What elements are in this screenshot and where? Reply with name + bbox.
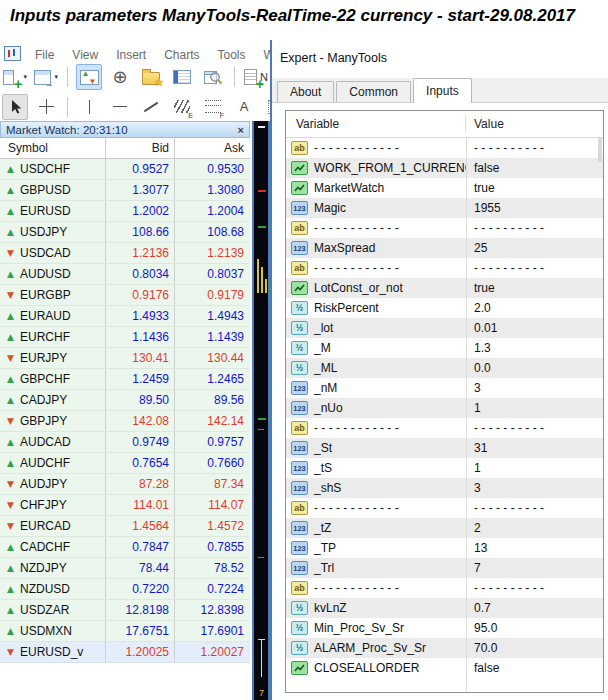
column-header-bid[interactable]: Bid — [106, 138, 175, 158]
market-watch-row-USDJPY[interactable]: ▲USDJPY108.66108.68 — [0, 222, 250, 243]
value-cell[interactable]: 1955 — [466, 201, 603, 215]
value-cell[interactable]: 0.7 — [466, 601, 603, 615]
value-cell[interactable]: false — [466, 161, 603, 175]
market-watch-row-EURAUD[interactable]: ▲EURAUD1.49331.4943 — [0, 306, 250, 327]
market-watch-row-AUDUSD[interactable]: ▲AUDUSD0.80340.8037 — [0, 264, 250, 285]
value-cell[interactable]: - - - - - - - - - - — [466, 261, 603, 275]
menu-view[interactable]: View — [63, 48, 107, 62]
input-row-_nM[interactable]: 123_nM3 — [286, 378, 603, 398]
input-row-_Trl[interactable]: 123_Trl7 — [286, 558, 603, 578]
value-cell[interactable]: 25 — [466, 241, 603, 255]
value-cell[interactable]: - - - - - - - - - - — [466, 501, 603, 515]
value-cell[interactable]: 2 — [466, 521, 603, 535]
input-row-Magic[interactable]: 123Magic1955 — [286, 198, 603, 218]
value-cell[interactable]: 13 — [466, 541, 603, 555]
value-cell[interactable]: 3 — [466, 481, 603, 495]
input-row-separator[interactable]: ab- - - - - - - - - - - -- - - - - - - -… — [286, 418, 603, 438]
value-cell[interactable]: - - - - - - - - - - — [466, 581, 603, 595]
input-row-_lot[interactable]: ½_lot0.01 — [286, 318, 603, 338]
value-cell[interactable]: 95.0 — [466, 621, 603, 635]
market-watch-row-NZDUSD[interactable]: ▲NZDUSD0.72200.7224 — [0, 579, 250, 600]
market-watch-row-USDMXN[interactable]: ▲USDMXN17.675117.6901 — [0, 621, 250, 642]
value-cell[interactable]: - - - - - - - - - - — [466, 421, 603, 435]
horizontal-line-button[interactable] — [107, 94, 133, 120]
text-button[interactable]: A — [231, 94, 257, 120]
input-row-ALARM_Proc_Sv_Sr[interactable]: ½ALARM_Proc_Sv_Sr70.0 — [286, 638, 603, 658]
scrollbar-thumb[interactable] — [598, 138, 602, 162]
input-row-LotConst_or_not[interactable]: LotConst_or_nottrue — [286, 278, 603, 298]
market-watch-row-CADJPY[interactable]: ▲CADJPY89.5089.56 — [0, 390, 250, 411]
tab-inputs[interactable]: Inputs — [413, 78, 472, 103]
input-row-WORK_FROM_1_CURRENCY[interactable]: WORK_FROM_1_CURRENCYfalse — [286, 158, 603, 178]
input-row-_ML[interactable]: ½_ML0.0 — [286, 358, 603, 378]
input-row-_tS[interactable]: 123_tS1 — [286, 458, 603, 478]
tab-common[interactable]: Common — [336, 81, 411, 102]
crosshair-button[interactable] — [33, 94, 59, 120]
close-icon[interactable]: × — [238, 124, 244, 136]
market-watch-row-GBPUSD[interactable]: ▲GBPUSD1.30771.3080 — [0, 180, 250, 201]
input-row-separator[interactable]: ab- - - - - - - - - - - -- - - - - - - -… — [286, 138, 603, 158]
input-row-_TP[interactable]: 123_TP13 — [286, 538, 603, 558]
profiles-button[interactable]: ▾ — [33, 64, 59, 90]
input-row-MarketWatch[interactable]: MarketWatchtrue — [286, 178, 603, 198]
fibonacci-button[interactable]: F — [200, 94, 226, 120]
market-watch-row-EURGBP[interactable]: ▼EURGBP0.91760.9179 — [0, 285, 250, 306]
value-cell[interactable]: 1 — [466, 461, 603, 475]
input-row-separator[interactable]: ab- - - - - - - - - - - -- - - - - - - -… — [286, 498, 603, 518]
menu-file[interactable]: File — [26, 48, 63, 62]
market-watch-row-EURUSD_v[interactable]: ▼EURUSD_v1.200251.20027 — [0, 642, 250, 663]
input-row-_M[interactable]: ½_M1.3 — [286, 338, 603, 358]
input-row-_St[interactable]: 123_St31 — [286, 438, 603, 458]
navigator-button[interactable] — [138, 64, 164, 90]
column-header-variable[interactable]: Variable — [286, 116, 466, 132]
data-window-button[interactable] — [107, 64, 133, 90]
market-watch-row-USDZAR[interactable]: ▲USDZAR12.819812.8398 — [0, 600, 250, 621]
value-cell[interactable]: 70.0 — [466, 641, 603, 655]
market-watch-toggle[interactable] — [76, 64, 102, 90]
input-row-_nUo[interactable]: 123_nUo1 — [286, 398, 603, 418]
value-cell[interactable]: 2.0 — [466, 301, 603, 315]
column-header-symbol[interactable]: Symbol — [0, 138, 106, 158]
value-cell[interactable]: 0.0 — [466, 361, 603, 375]
input-row-_tZ[interactable]: 123_tZ2 — [286, 518, 603, 538]
value-cell[interactable]: 1.3 — [466, 341, 603, 355]
input-row-CLOSEALLORDER[interactable]: CLOSEALLORDERfalse — [286, 658, 603, 678]
value-cell[interactable]: 7 — [466, 561, 603, 575]
input-row-RiskPercent[interactable]: ½RiskPercent2.0 — [286, 298, 603, 318]
market-watch-row-USDCHF[interactable]: ▲USDCHF0.95270.9530 — [0, 159, 250, 180]
value-cell[interactable]: 1 — [466, 401, 603, 415]
menu-charts[interactable]: Charts — [155, 48, 208, 62]
value-cell[interactable]: - - - - - - - - - - — [466, 141, 603, 155]
value-cell[interactable]: - - - - - - - - - - — [466, 221, 603, 235]
market-watch-row-EURCAD[interactable]: ▼EURCAD1.45641.4572 — [0, 516, 250, 537]
value-cell[interactable]: true — [466, 181, 603, 195]
market-watch-row-USDCAD[interactable]: ▼USDCAD1.21361.2139 — [0, 243, 250, 264]
value-cell[interactable]: 31 — [466, 441, 603, 455]
value-cell[interactable]: 3 — [466, 381, 603, 395]
input-row-Min_Proc_Sv_Sr[interactable]: ½Min_Proc_Sv_Sr95.0 — [286, 618, 603, 638]
market-watch-row-AUDCAD[interactable]: ▲AUDCAD0.97490.9757 — [0, 432, 250, 453]
strategy-tester-button[interactable] — [200, 64, 226, 90]
terminal-button[interactable] — [169, 64, 195, 90]
column-header-ask[interactable]: Ask — [175, 138, 250, 158]
new-chart-button[interactable]: ▾ — [2, 64, 28, 90]
market-watch-row-AUDJPY[interactable]: ▼AUDJPY87.2887.34 — [0, 474, 250, 495]
dropdown-caret-icon[interactable]: ▾ — [54, 73, 58, 81]
market-watch-row-EURCHF[interactable]: ▲EURCHF1.14361.1439 — [0, 327, 250, 348]
trendline-button[interactable] — [138, 94, 164, 120]
dropdown-caret-icon[interactable]: ▾ — [23, 73, 27, 81]
market-watch-row-CHFJPY[interactable]: ▼CHFJPY114.01114.07 — [0, 495, 250, 516]
market-watch-row-NZDJPY[interactable]: ▲NZDJPY78.4478.52 — [0, 558, 250, 579]
input-row-separator[interactable]: ab- - - - - - - - - - - -- - - - - - - -… — [286, 218, 603, 238]
input-row-separator[interactable]: ab- - - - - - - - - - - -- - - - - - - -… — [286, 258, 603, 278]
market-watch-row-GBPCHF[interactable]: ▲GBPCHF1.24591.2465 — [0, 369, 250, 390]
column-header-value[interactable]: Value — [466, 117, 603, 131]
menu-tools[interactable]: Tools — [209, 48, 255, 62]
market-watch-row-AUDCHF[interactable]: ▲AUDCHF0.76540.7660 — [0, 453, 250, 474]
channel-button[interactable]: E — [169, 94, 195, 120]
vertical-line-button[interactable] — [76, 94, 102, 120]
new-order-button[interactable]: N — [243, 64, 269, 90]
tab-about[interactable]: About — [277, 81, 334, 102]
market-watch-row-EURJPY[interactable]: ▼EURJPY130.41130.44 — [0, 348, 250, 369]
value-cell[interactable]: 0.01 — [466, 321, 603, 335]
